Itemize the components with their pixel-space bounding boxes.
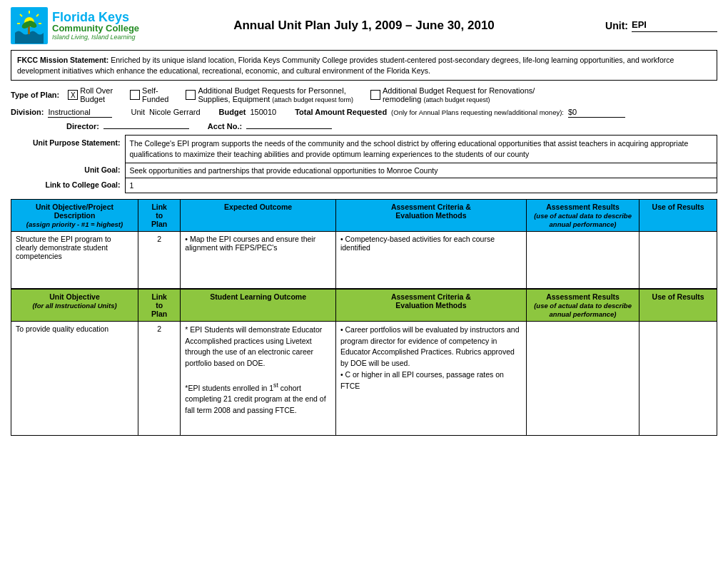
total-sub: (Only for Annual Plans requesting new/ad… <box>391 108 564 116</box>
division-row: Division: Instructional Unit Nicole Gerr… <box>11 108 717 118</box>
logo-text: Florida Keys Community College Island Li… <box>52 11 139 41</box>
budget-label: Budget <box>219 108 246 116</box>
director-value <box>103 128 189 129</box>
col-obj-line1: Unit Objective/Project <box>36 203 113 211</box>
objectives-table-1: Unit Objective/Project Description (assi… <box>11 199 717 289</box>
main-title: Annual Unit Plan July 1, 2009 – June 30,… <box>233 19 495 32</box>
col-header-link-1: Link to Plan <box>138 199 181 231</box>
col-header-outcome-2: Student Learning Outcome <box>181 289 336 321</box>
unit-area: Unit: EPI <box>575 19 717 32</box>
col-header-results-1: Assessment Results (use of actual data t… <box>526 199 639 231</box>
unit-value: EPI <box>632 19 717 32</box>
purpose-text: The College's EPI program supports the n… <box>125 136 717 163</box>
col-header-use-2: Use of Results <box>639 289 717 321</box>
plan-type-row: Type of Plan: Roll OverBudget Self-Funde… <box>11 86 717 103</box>
row2-link: 2 <box>138 321 181 435</box>
title-area: Annual Unit Plan July 1, 2009 – June 30,… <box>153 19 575 33</box>
logo-community-college: Community College <box>52 24 139 34</box>
table-row: Structure the EPI program to clearly dem… <box>11 231 717 288</box>
row1-link: 2 <box>138 231 181 288</box>
col-header-results-2: Assessment Results (use of actual data t… <box>526 289 639 321</box>
col-header-obj-2: Unit Objective (for all Instructional Un… <box>11 289 138 321</box>
additional-reno-option: Additional Budget Request for Renovation… <box>370 86 535 103</box>
additional-budget-label: Additional Budget Requests for Personnel… <box>198 86 353 103</box>
col-header-obj-1: Unit Objective/Project Description (assi… <box>11 199 138 231</box>
college-goal-text: 1 <box>125 178 717 193</box>
row1-results <box>526 231 639 288</box>
logo-tagline: Island Living, Island Learning <box>52 34 139 41</box>
row2-results <box>526 321 639 435</box>
col-obj-line2: Description <box>54 211 96 220</box>
rollover-checkbox[interactable] <box>68 90 78 100</box>
director-acct-row: Director: Acct No.: <box>11 122 717 131</box>
division-label: Division: <box>11 108 44 116</box>
svg-point-10 <box>26 21 33 26</box>
unit-label: Unit: <box>605 20 628 31</box>
mission-box: FKCC Mission Statement: Enriched by its … <box>11 50 717 81</box>
row2-use <box>639 321 717 435</box>
college-goal-label: Link to College Goal: <box>11 178 125 193</box>
row1-outcome: Map the EPI courses and ensure their ali… <box>181 231 336 288</box>
goal-text: Seek opportunities and partnerships that… <box>125 163 717 178</box>
acct-value <box>246 128 332 129</box>
assess2-item-1: Career portfolios will be evaluated by i… <box>340 325 522 369</box>
row2-objective: To provide quality education <box>11 321 138 435</box>
logo-florida-keys: Florida Keys <box>52 11 139 24</box>
page-header: Florida Keys Community College Island Li… <box>11 7 717 44</box>
logo-area: Florida Keys Community College Island Li… <box>11 7 153 44</box>
acct-label: Acct No.: <box>208 122 242 131</box>
table-row: To provide quality education 2 * EPI Stu… <box>11 321 717 435</box>
row1-assess: Competency-based activities for each cou… <box>335 231 526 288</box>
mission-text: Enriched by its unique island location, … <box>17 56 674 75</box>
purpose-table: Unit Purpose Statement: The College's EP… <box>11 135 717 193</box>
objectives-table-2: Unit Objective (for all Instructional Un… <box>11 289 717 436</box>
logo-box: Florida Keys Community College Island Li… <box>11 7 153 44</box>
total-value: $0 <box>568 108 625 118</box>
rollover-label: Roll OverBudget <box>80 86 113 103</box>
col-header-assess-2: Assessment Criteria & Evaluation Methods <box>335 289 526 321</box>
self-funded-option: Self-Funded <box>130 86 168 103</box>
row1-objective: Structure the EPI program to clearly dem… <box>11 231 138 288</box>
col-header-link-2: Link to Plan <box>138 289 181 321</box>
row1-use <box>639 231 717 288</box>
col-header-outcome-1: Expected Outcome <box>181 199 336 231</box>
col-header-assess-1: Assessment Criteria & Evaluation Methods <box>335 199 526 231</box>
budget-value: 150010 <box>250 108 276 116</box>
goal-label: Unit Goal: <box>11 163 125 178</box>
row2-outcome: * EPI Students will demonstrate Educator… <box>181 321 336 435</box>
outcome-item-1: Map the EPI courses and ensure their ali… <box>185 235 331 252</box>
division-value: Instructional <box>48 108 112 118</box>
additional-reno-label: Additional Budget Request for Renovation… <box>383 86 535 103</box>
purpose-label: Unit Purpose Statement: <box>11 136 125 163</box>
college-logo-icon <box>11 7 48 44</box>
col-header-use-1: Use of Results <box>639 199 717 231</box>
director-label: Director: <box>66 122 99 131</box>
plan-type-label: Type of Plan: <box>11 91 59 99</box>
self-funded-checkbox[interactable] <box>130 90 140 100</box>
additional-reno-checkbox[interactable] <box>370 90 380 100</box>
additional-budget-checkbox[interactable] <box>186 90 196 100</box>
col-obj-line3: (assign priority - #1 = highest) <box>26 220 123 228</box>
mission-bold: FKCC Mission Statement: <box>17 56 108 64</box>
row2-assess: Career portfolios will be evaluated by i… <box>335 321 526 435</box>
self-funded-label: Self-Funded <box>142 86 168 103</box>
unit-director-value: Nicole Gerrard <box>149 108 201 116</box>
additional-budget-option: Additional Budget Requests for Personnel… <box>186 86 353 103</box>
total-label: Total Amount Requested <box>295 108 387 116</box>
rollover-option: Roll OverBudget <box>68 86 113 103</box>
assess-item-1: Competency-based activities for each cou… <box>340 235 522 252</box>
unit-director-label: Unit <box>131 108 145 116</box>
assess2-item-2: C or higher in all EPI courses, passage … <box>340 369 522 392</box>
